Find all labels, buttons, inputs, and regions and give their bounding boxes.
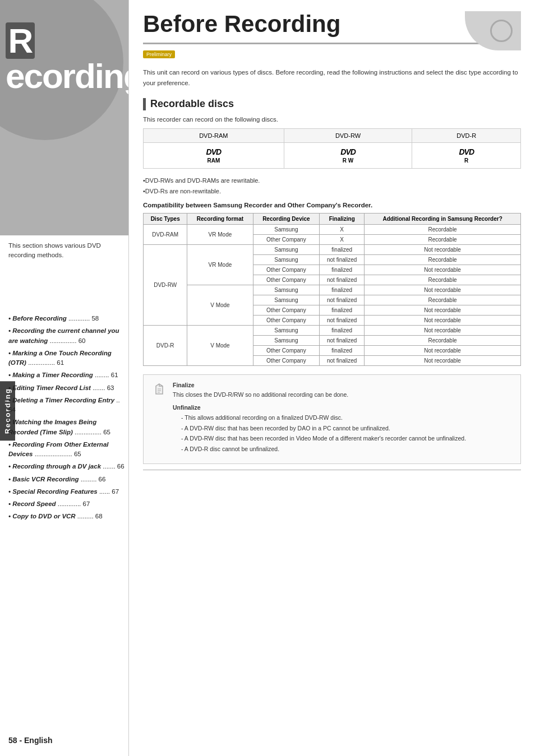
compat-col-finalize: Finalizing <box>320 214 365 225</box>
finalize-not-finalized: not finalized <box>320 336 365 346</box>
list-item: This allows additional recording on a fi… <box>181 412 513 423</box>
additional-recordable: Recordable <box>365 225 521 235</box>
table-of-contents: • Before Recording ............ 58• Reco… <box>8 314 126 525</box>
list-item: A DVD-RW disc that has been recorded by … <box>181 423 513 434</box>
finalize-finalized: finalized <box>320 326 365 336</box>
finalize-not-finalized: not finalized <box>320 255 365 265</box>
section-description: This section shows various DVD recording… <box>8 241 123 261</box>
finalize-note: Finalize This closes the DVD-R/RW so no … <box>173 381 513 400</box>
additional-not-recordable: Not recordable <box>365 356 521 366</box>
additional-not-recordable: Not recordable <box>365 316 521 326</box>
finalize-x: X <box>320 225 365 235</box>
finalize-finalized: finalized <box>320 245 365 255</box>
device-samsung: Samsung <box>253 285 320 295</box>
format-v-mode-r: V Mode <box>187 326 253 366</box>
compat-table-body: DVD-RAM VR Mode Samsung X Recordable Oth… <box>144 225 521 366</box>
table-row: DVD-R V Mode Samsung finalized Not recor… <box>144 326 521 336</box>
section-bar <box>143 98 146 110</box>
compat-col-format: Recording format <box>187 214 253 225</box>
list-item: A DVD-R disc cannot be unfinalized. <box>181 444 513 454</box>
bottom-divider <box>143 470 521 470</box>
table-row: DVD-RAM VR Mode Samsung X Recordable <box>144 225 521 235</box>
finalize-not-finalized: not finalized <box>320 295 365 305</box>
compat-col-disc: Disc Types <box>144 214 187 225</box>
finalize-text: This closes the DVD-R/RW so no additiona… <box>173 391 348 398</box>
disc-type-dvd-r: DVD-R <box>144 326 187 366</box>
additional-recordable: Recordable <box>365 336 521 346</box>
finalize-finalized: finalized <box>320 346 365 356</box>
toc-item: • Recording From Other External Devices … <box>8 440 126 460</box>
disc-col-r: DVD-R <box>412 128 521 142</box>
list-item: A DVD-RW disc that has been recorded in … <box>181 433 513 444</box>
section-title: Recording <box>6 22 129 94</box>
toc-item: • Special Recording Features ...... 67 <box>8 487 126 497</box>
table-row: V Mode Samsung finalized Not recordable <box>144 285 521 295</box>
toc-item: • Copy to DVD or VCR ......... 68 <box>8 512 126 521</box>
toc-item: • Basic VCR Recording ......... 66 <box>8 475 126 484</box>
device-samsung: Samsung <box>253 336 320 346</box>
additional-not-recordable: Not recordable <box>365 346 521 356</box>
device-samsung: Samsung <box>253 245 320 255</box>
disc-logo-r: DVD R <box>412 142 521 168</box>
finalize-finalized: finalized <box>320 265 365 275</box>
unfinalize-heading: Unfinalize <box>173 404 201 411</box>
finalize-not-finalized: not finalized <box>320 356 365 366</box>
device-other: Other Company <box>253 305 320 316</box>
device-other: Other Company <box>253 275 320 285</box>
disc-logo-ram: DVD RAM <box>144 142 284 168</box>
disc-types-table: DVD-RAM DVD-RW DVD-R DVD RAM DVD R W DVD… <box>143 128 521 169</box>
device-other: Other Company <box>253 316 320 326</box>
recorder-subtitle: This recorder can record on the followin… <box>143 116 521 123</box>
header-decoration <box>465 11 521 50</box>
additional-not-recordable: Not recordable <box>365 265 521 275</box>
disc-logo-rw: DVD R W <box>284 142 412 168</box>
format-v-mode-rw: V Mode <box>187 285 253 326</box>
page-header: Before Recording <box>143 11 521 44</box>
toc-item: • Record Speed ............. 67 <box>8 499 126 509</box>
device-samsung: Samsung <box>253 326 320 336</box>
compat-table: Disc Types Recording format Recording De… <box>143 213 521 366</box>
format-vr-mode-rw: VR Mode <box>187 245 253 285</box>
bullet-non-rewritable: •DVD-Rs are non-rewritable. <box>143 186 521 197</box>
disc-col-ram: DVD-RAM <box>144 128 284 142</box>
preliminary-badge: Preliminary <box>143 50 175 58</box>
note-icon <box>151 382 167 397</box>
intro-text: This unit can record on various types of… <box>143 67 521 88</box>
toc-item: • Before Recording ............ 58 <box>8 314 126 323</box>
table-row: DVD-RW VR Mode Samsung finalized Not rec… <box>144 245 521 255</box>
additional-recordable: Recordable <box>365 255 521 265</box>
toc-item: • Marking a One Touch Recording (OTR) ..… <box>8 349 126 368</box>
page-number: 58 - English <box>8 736 53 745</box>
notes-content: Finalize This closes the DVD-R/RW so no … <box>173 381 513 458</box>
device-samsung: Samsung <box>253 295 320 305</box>
finalize-finalized: finalized <box>320 285 365 295</box>
r-letter: R <box>6 22 35 59</box>
disc-bullets: •DVD-RWs and DVD-RAMs are rewritable. •D… <box>143 175 521 196</box>
additional-not-recordable: Not recordable <box>365 245 521 255</box>
format-vr-mode-ram: VR Mode <box>187 225 253 245</box>
additional-recordable: Recordable <box>365 295 521 305</box>
device-other: Other Company <box>253 346 320 356</box>
page-title: Before Recording <box>143 11 521 37</box>
additional-not-recordable: Not recordable <box>365 326 521 336</box>
recordable-discs-heading: Recordable discs <box>150 98 234 110</box>
compat-col-device: Recording Device <box>253 214 320 225</box>
device-other: Other Company <box>253 265 320 275</box>
right-panel: Before Recording Preliminary This unit c… <box>129 0 535 756</box>
additional-not-recordable: Not recordable <box>365 285 521 295</box>
unfinalize-list: This allows additional recording on a fi… <box>181 412 513 454</box>
compat-col-additional: Additional Recording in Samsung Recorder… <box>365 214 521 225</box>
recordable-discs-section-header: Recordable discs <box>143 98 521 110</box>
additional-not-recordable: Not recordable <box>365 305 521 316</box>
device-other: Other Company <box>253 356 320 366</box>
disc-type-dvd-ram: DVD-RAM <box>144 225 187 245</box>
device-samsung: Samsung <box>253 225 320 235</box>
bullet-rewritable: •DVD-RWs and DVD-RAMs are rewritable. <box>143 175 521 186</box>
finalize-heading: Finalize <box>173 382 195 388</box>
device-other: Other Company <box>253 235 320 245</box>
toc-item: • Editing Timer Record List ....... 63 <box>8 383 126 393</box>
toc-item: • Making a Timer Recording ........ 61 <box>8 370 126 380</box>
left-panel: Recording Recording This section shows v… <box>0 0 129 756</box>
finalize-finalized: finalized <box>320 305 365 316</box>
additional-recordable2: Recordable <box>365 235 521 245</box>
